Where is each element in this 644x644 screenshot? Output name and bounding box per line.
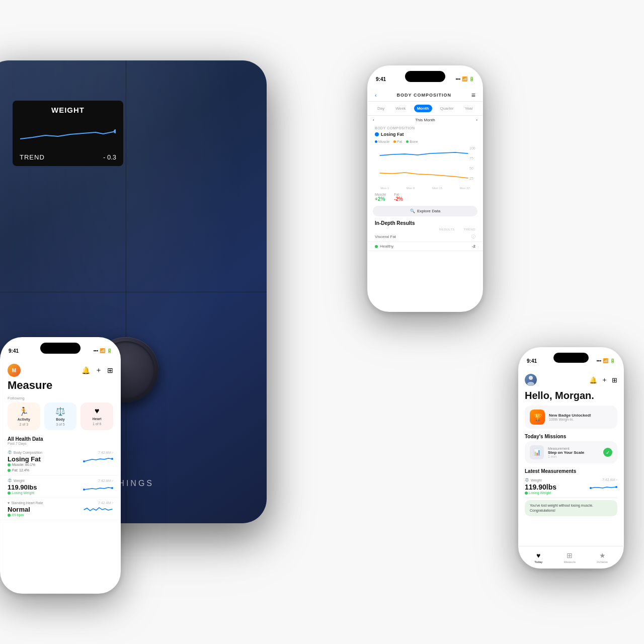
measure-screen: M 🔔 ＋ ⊞ Measure Following 🏃 Activity 2 o… (1, 360, 120, 593)
following-card-heart[interactable]: ♥ Heart 1 of 6 (80, 403, 113, 430)
status-icons-hello: ▪▪▪ 📶 🔋 (596, 358, 615, 363)
nav-today[interactable]: ♥ Today (534, 551, 542, 564)
hm-header-icons: 🔔 ＋ ⊞ (589, 375, 617, 384)
bc-healthy-value: -2 (472, 244, 475, 249)
mission-check-icon: ✓ (603, 448, 612, 457)
svg-point-12 (615, 486, 617, 488)
hitem-w-header: ⚖️ Weight 7:42 AM › (8, 478, 113, 482)
bc-trend-svg (83, 455, 113, 463)
health-item-heart[interactable]: ♥ Standing Heart Rate 7:42 AM › Normal 6… (1, 498, 120, 520)
congrats-text: You've lost weight without losing muscle… (530, 504, 593, 512)
scale-trend-value: - 0.3 (103, 153, 116, 161)
following-cards: 🏃 Activity 2 of 3 ⚖️ Body 3 of 5 ♥ Heart… (1, 403, 120, 434)
hm-missions-title: Today's Missions (519, 433, 623, 441)
svg-point-0 (114, 129, 116, 133)
hm-badge-card[interactable]: 🏆 New Badge Unlocked! 100th Weigh-In. (525, 406, 617, 429)
bottom-nav: ♥ Today ⊞ Measure ★ Achieve (519, 546, 623, 568)
legend-bone: Bone (406, 140, 418, 143)
hello-screen: 🔔 ＋ ⊞ Hello, Morgan. 🏆 New Badge Unlocke… (519, 370, 623, 568)
weight-label: Weight (531, 478, 542, 482)
main-scene: WEIGHT TREND - 0.3 WITHINGS (0, 0, 644, 644)
bc-status-row: Losing Fat (368, 131, 482, 139)
bc-explore-button[interactable]: 🔍 Explore Data (373, 206, 477, 216)
nav-achieve[interactable]: ★ Achieve (597, 551, 607, 564)
bc-chart-area: 100 75 50 25 (372, 145, 478, 186)
heart-rate-icon: ♥ (8, 501, 10, 505)
hitem-w-type: ⚖️ Weight (8, 478, 25, 482)
hitem-bc-value: Losing Fat (8, 455, 41, 463)
status-time-hello: 9:41 (527, 358, 537, 364)
legend-muscle-label: Muscle (378, 140, 389, 143)
health-item-weight[interactable]: ⚖️ Weight 7:42 AM › 119.90lbs Losing Wei… (1, 475, 120, 498)
tab-quarter[interactable]: Quarter (437, 105, 457, 112)
plus-icon-h[interactable]: ＋ (601, 375, 608, 384)
svg-point-7 (83, 489, 85, 491)
dynamic-island-measure (40, 343, 80, 354)
nav-measure[interactable]: ⊞ Measure (564, 551, 576, 564)
tab-day[interactable]: Day (374, 105, 387, 112)
explore-label: Explore Data (417, 209, 440, 213)
grid-icon-h[interactable]: ⊞ (612, 376, 617, 384)
svg-text:25: 25 (469, 177, 473, 180)
weight-status-dot (8, 492, 11, 495)
tab-month[interactable]: Month (414, 105, 432, 112)
past-days-label: Past 7 Days (1, 442, 120, 447)
status-icons-measure: ▪▪▪ 📶 🔋 (93, 348, 112, 353)
hitem-hr-status: 69 bpm (8, 513, 30, 517)
info-icon[interactable]: ⓘ (471, 234, 475, 239)
hitem-w-time: 7:42 AM › (98, 479, 113, 482)
legend-muscle: Muscle (375, 140, 389, 143)
bc-menu-button[interactable]: ≡ (471, 91, 475, 99)
bell-icon[interactable]: 🔔 (82, 366, 90, 374)
svg-point-6 (111, 458, 113, 460)
hitem-bc-type-label: Body Composition (14, 451, 42, 454)
hitem-hr-main: Normal 69 bpm (8, 506, 113, 517)
today-icon: ♥ (536, 551, 540, 559)
grid-icon[interactable]: ⊞ (107, 366, 113, 374)
hitem-bc-sub1: Muscle: 80.1% (8, 463, 41, 466)
bc-legend: Muscle Fat Bone (368, 139, 482, 145)
svg-point-5 (83, 460, 85, 462)
signal-icon: ▪▪▪ (455, 76, 460, 82)
hm-mission-card[interactable]: 📊 Measurement Step on Your Scale 1 min ✓ (525, 441, 617, 463)
muscle-dot (8, 463, 11, 466)
battery-icon: 🔋 (469, 76, 474, 82)
weight-losing-label: Losing Weight (529, 491, 551, 495)
weight-type-icon: ⚖️ (8, 478, 12, 482)
hr-trend-svg (83, 506, 113, 514)
hm-weight-time: 7:42 AM › (602, 478, 617, 482)
heart-card-name: Heart (93, 417, 102, 421)
measure-title: Measure (1, 379, 120, 396)
col-results (375, 228, 435, 231)
hitem-hr-type-label: Standing Heart Rate (11, 501, 43, 505)
hm-header: 🔔 ＋ ⊞ (519, 370, 623, 388)
bc-next-button[interactable]: › (476, 118, 477, 122)
following-card-body[interactable]: ⚖️ Body 3 of 5 (44, 403, 77, 430)
tab-week[interactable]: Week (392, 105, 409, 112)
hitem-w-value: 119.90lbs (8, 484, 37, 491)
plus-icon[interactable]: ＋ (95, 366, 102, 375)
hitem-bc-main: Losing Fat Muscle: 80.1% Fat: 12.4% (8, 455, 113, 472)
bc-visceral-fat-label: Visceral Fat (375, 234, 396, 239)
hitem-bc-time: 7:42 AM › (98, 451, 113, 454)
bc-stat-muscle-label: Muscle (375, 193, 386, 196)
following-label: Following (1, 396, 120, 403)
following-card-activity[interactable]: 🏃 Activity 2 of 3 (8, 403, 40, 430)
bc-section-label: BODY COMPOSITION (368, 124, 482, 131)
health-item-body-comp[interactable]: ⚖️ Body Composition 7:42 AM › Losing Fat… (1, 447, 120, 475)
svg-point-8 (111, 487, 113, 489)
svg-text:75: 75 (469, 156, 473, 160)
hm-weight-type: ⚖️ Weight (525, 478, 542, 482)
bell-icon-h[interactable]: 🔔 (589, 376, 597, 384)
activity-progress: 2 of 3 (20, 423, 29, 426)
hm-avatar (525, 374, 537, 386)
measure-header-icons: 🔔 ＋ ⊞ (82, 366, 113, 375)
hm-weight-card[interactable]: ⚖️ Weight 7:42 AM › 119.90lbs Losing Wei… (525, 475, 617, 498)
bc-stat-fat-value: -2% (394, 196, 403, 202)
badge-icon: 🏆 (530, 410, 545, 425)
weight-status-text: Losing Weight (12, 491, 34, 495)
legend-fat-label: Fat (397, 140, 402, 143)
bc-prev-button[interactable]: ‹ (373, 118, 374, 122)
tab-year[interactable]: Year (462, 105, 476, 112)
hitem-hr-trend (83, 506, 113, 514)
